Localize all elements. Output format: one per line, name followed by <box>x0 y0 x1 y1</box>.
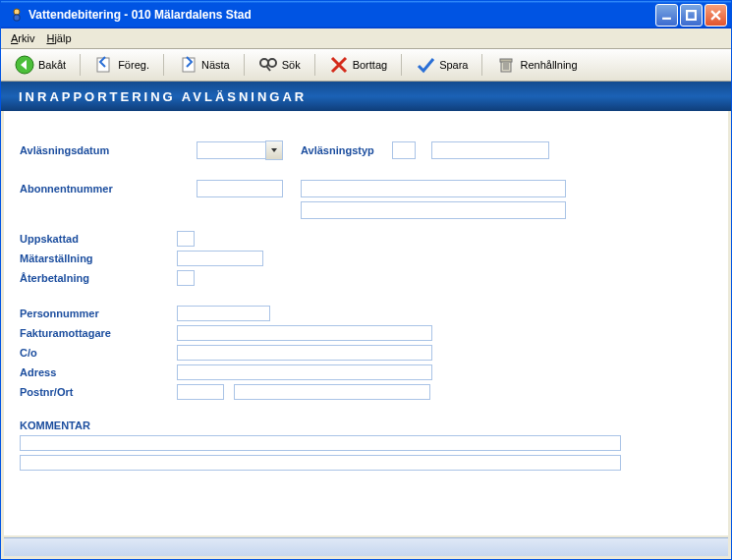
svg-rect-2 <box>662 17 671 19</box>
menubar: AArkivrkiv HHjälpjälp <box>1 28 731 49</box>
window-title: Vattendebitering - 010 Mälardalens Stad <box>28 8 252 22</box>
toolbar-separator <box>80 54 81 76</box>
matarstallning-label: Mätarställning <box>20 252 177 264</box>
avlasningsdatum-combo <box>197 140 283 160</box>
ort-input[interactable] <box>234 384 430 400</box>
save-button[interactable]: Spara <box>408 52 476 78</box>
matarstallning-input[interactable] <box>177 251 263 266</box>
maximize-button[interactable] <box>680 4 703 27</box>
co-label: C/o <box>20 347 177 359</box>
adress-label: Adress <box>20 366 177 378</box>
kommentar-label: KOMMENTAR <box>20 420 712 431</box>
toolbar-separator <box>163 54 164 76</box>
save-label: Spara <box>439 59 468 71</box>
toolbar-separator <box>314 54 315 76</box>
abonnent-line1-input[interactable] <box>301 180 566 197</box>
kommentar-line1-input[interactable] <box>20 435 621 451</box>
uppskattad-label: Uppskattad <box>20 233 177 245</box>
toolbar-separator <box>401 54 402 76</box>
fakturamottagare-input[interactable] <box>177 325 432 341</box>
postnrort-label: Postnr/Ort <box>20 386 177 398</box>
prev-label: Föreg. <box>118 59 149 71</box>
next-icon <box>178 55 197 75</box>
adress-input[interactable] <box>177 364 432 380</box>
avlasningsdatum-label: Avläsningsdatum <box>20 144 177 156</box>
next-label: Nästa <box>201 59 230 71</box>
app-window: Vattendebitering - 010 Mälardalens Stad … <box>0 0 732 560</box>
avlasningstyp-text-input[interactable] <box>431 141 549 159</box>
menu-arkiv[interactable]: AArkivrkiv <box>5 30 40 46</box>
svg-rect-3 <box>687 11 696 20</box>
delete-label: Borttag <box>353 59 387 71</box>
aterbetalning-label: Återbetalning <box>20 272 177 284</box>
toolbar: Bakåt Föreg. Nästa Sök B <box>1 49 731 82</box>
back-icon <box>15 55 34 75</box>
svg-rect-11 <box>500 59 512 62</box>
next-button[interactable]: Nästa <box>170 52 238 78</box>
avlasningstyp-label: Avläsningstyp <box>301 144 374 156</box>
fakturamottagare-label: Fakturamottagare <box>20 327 177 339</box>
delete-icon <box>329 55 349 75</box>
delete-button[interactable]: Borttag <box>321 52 395 78</box>
search-label: Sök <box>282 59 301 71</box>
abonnentnummer-input[interactable] <box>197 180 283 197</box>
abonnent-line2-input[interactable] <box>301 201 566 219</box>
avlasningstyp-code-input[interactable] <box>392 141 416 159</box>
svg-rect-1 <box>14 15 20 21</box>
app-icon <box>9 7 25 23</box>
trash-icon <box>496 55 516 75</box>
close-button[interactable] <box>704 4 727 27</box>
renhallning-label: Renhållning <box>520 59 577 71</box>
toolbar-separator <box>244 54 245 76</box>
avlasningsdatum-input[interactable] <box>197 141 265 159</box>
postnr-input[interactable] <box>177 384 224 400</box>
prev-button[interactable]: Föreg. <box>86 52 157 78</box>
minimize-button[interactable] <box>655 4 678 27</box>
titlebar: Vattendebitering - 010 Mälardalens Stad <box>1 1 731 28</box>
avlasningsdatum-dropdown-button[interactable] <box>265 140 283 160</box>
svg-point-0 <box>14 9 20 15</box>
prev-icon <box>94 55 114 75</box>
aterbetalning-input[interactable] <box>177 270 195 286</box>
back-label: Bakåt <box>38 59 66 71</box>
renhallning-button[interactable]: Renhållning <box>488 52 585 78</box>
kommentar-line2-input[interactable] <box>20 455 621 471</box>
search-button[interactable]: Sök <box>251 52 309 78</box>
section-header: INRAPPORTERING AVLÄSNINGAR <box>1 82 731 111</box>
personnummer-label: Personnummer <box>20 308 177 319</box>
co-input[interactable] <box>177 345 432 361</box>
save-icon <box>416 55 435 75</box>
section-title: INRAPPORTERING AVLÄSNINGAR <box>19 89 307 104</box>
status-bar <box>4 537 728 556</box>
menu-hjalp[interactable]: HHjälpjälp <box>40 30 77 46</box>
search-icon <box>258 55 278 75</box>
svg-point-8 <box>268 59 276 67</box>
back-button[interactable]: Bakåt <box>7 52 74 78</box>
personnummer-input[interactable] <box>177 306 270 321</box>
uppskattad-input[interactable] <box>177 231 195 247</box>
abonnentnummer-label: Abonnentnummer <box>20 183 177 195</box>
form-area: Avläsningsdatum Avläsningstyp Abonnentnu… <box>4 111 728 535</box>
toolbar-separator <box>481 54 482 76</box>
